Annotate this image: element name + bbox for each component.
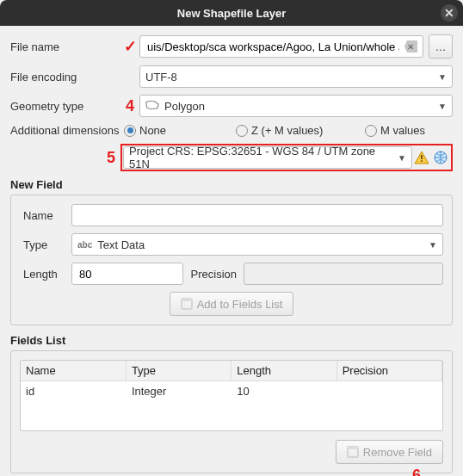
label-new-field: New Field — [10, 178, 453, 191]
crs-picker-button[interactable] — [431, 149, 450, 166]
chevron-down-icon: ▼ — [438, 72, 447, 82]
row-additional-dimensions: Additional dimensions None Z (+ M values… — [10, 124, 453, 137]
label-file-name: File name — [10, 40, 120, 53]
new-field-type-select[interactable]: abc Text Data ▼ — [71, 233, 443, 256]
label-fields-list: Fields List — [10, 334, 453, 347]
annotation-check: ✓ — [120, 37, 139, 56]
col-type[interactable]: Type — [126, 361, 231, 381]
label-length: Length — [20, 268, 71, 281]
svg-rect-6 — [348, 447, 358, 449]
annotation-5: 5 — [102, 149, 120, 167]
cell-name: id — [21, 381, 126, 402]
annotation-4: 4 — [120, 97, 139, 115]
chevron-down-icon: ▼ — [429, 240, 437, 250]
cell-precision — [336, 381, 441, 402]
row-file-name: File name ✓ ✕ … — [10, 34, 453, 59]
chevron-down-icon: ▼ — [438, 102, 447, 111]
titlebar: New Shapefile Layer ✕ — [0, 0, 463, 26]
label-name: Name — [20, 209, 71, 222]
col-name[interactable]: Name — [21, 361, 126, 381]
radio-none[interactable] — [124, 125, 136, 137]
remove-field-label: Remove Field — [363, 446, 432, 459]
new-field-name-input[interactable] — [77, 208, 437, 223]
polygon-icon — [145, 100, 159, 113]
svg-rect-4 — [182, 299, 192, 301]
col-precision[interactable]: Precision — [336, 361, 441, 381]
file-name-input[interactable] — [145, 40, 401, 54]
ellipsis-icon: … — [435, 40, 447, 53]
label-precision: Precision — [183, 268, 244, 281]
table-row[interactable]: id Integer 10 — [21, 381, 442, 402]
radio-m[interactable] — [365, 125, 377, 137]
svg-rect-0 — [421, 155, 423, 159]
close-icon[interactable]: ✕ — [441, 4, 458, 22]
add-to-fields-button[interactable]: Add to Fields List — [170, 292, 294, 316]
cell-length: 10 — [232, 381, 336, 402]
crs-select[interactable]: Project CRS: EPSG:32651 - WGS 84 / UTM z… — [123, 146, 412, 169]
geometry-type-value: Polygon — [164, 100, 205, 113]
geometry-type-select[interactable]: Polygon ▼ — [139, 95, 453, 117]
col-length[interactable]: Length — [232, 361, 336, 381]
fieldset-new-field: Name Type abc Text Data ▼ Length Precisi… — [10, 195, 453, 325]
svg-rect-1 — [421, 160, 423, 162]
type-prefix: abc — [77, 240, 92, 250]
radio-z-label: Z (+ M values) — [251, 124, 323, 137]
radio-none-label: None — [139, 124, 166, 137]
remove-field-button[interactable]: Remove Field — [336, 440, 443, 464]
file-name-input-wrap: ✕ — [139, 35, 423, 58]
label-additional-dimensions: Additional dimensions — [10, 124, 124, 137]
file-encoding-value: UTF-8 — [145, 71, 177, 83]
chevron-down-icon: ▼ — [398, 153, 406, 163]
label-geometry-type: Geometry type — [10, 100, 120, 113]
browse-button[interactable]: … — [429, 34, 453, 59]
window-title: New Shapefile Layer — [177, 7, 286, 20]
add-field-icon — [181, 298, 193, 310]
add-to-fields-label: Add to Fields List — [197, 298, 283, 311]
label-file-encoding: File encoding — [10, 71, 120, 83]
file-encoding-select[interactable]: UTF-8 ▼ — [139, 65, 453, 88]
new-field-precision-input — [250, 267, 437, 281]
radio-z[interactable] — [236, 125, 248, 137]
row-crs: 5 Project CRS: EPSG:32651 - WGS 84 / UTM… — [10, 144, 453, 171]
label-type: Type — [20, 238, 71, 251]
row-file-encoding: File encoding UTF-8 ▼ — [10, 65, 453, 88]
new-field-length-input[interactable] — [77, 267, 177, 281]
remove-field-icon — [347, 446, 359, 458]
fields-table[interactable]: Name Type Length Precision id Integer 10 — [20, 360, 443, 431]
crs-value: Project CRS: EPSG:32651 - WGS 84 / UTM z… — [129, 145, 392, 170]
fieldset-fields-list: Name Type Length Precision id Integer 10 — [10, 350, 453, 473]
row-geometry-type: Geometry type 4 Polygon ▼ — [10, 95, 453, 117]
radio-m-label: M values — [380, 124, 425, 137]
warning-icon — [412, 149, 431, 166]
new-field-type-value: Text Data — [97, 238, 145, 251]
dialog-body: File name ✓ ✕ … File encoding UTF-8 ▼ Ge… — [0, 26, 463, 476]
cell-type: Integer — [126, 381, 231, 402]
clear-file-name-icon[interactable]: ✕ — [404, 40, 417, 53]
annotation-6: 6 — [412, 467, 421, 476]
